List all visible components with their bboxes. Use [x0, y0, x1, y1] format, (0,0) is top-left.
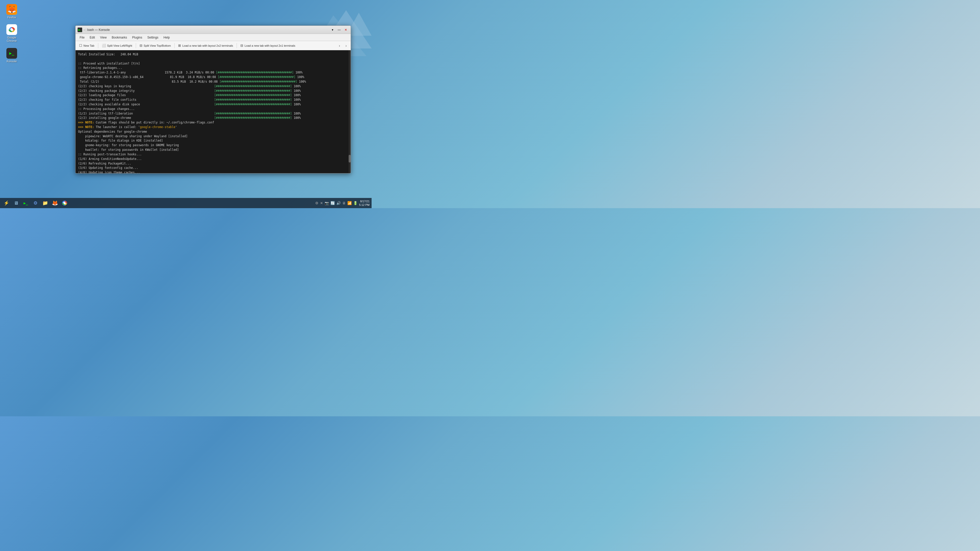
taskbar-desktop-icon[interactable]: 🖥 [12, 199, 21, 207]
systray-settings-icon[interactable]: ⚙ [315, 201, 318, 205]
konsole-desktop-icon[interactable]: ▶_ Konsole [3, 46, 21, 65]
window-controls: ▾ — ✕ [330, 27, 348, 33]
taskbar: ⚡ 🖥 ▶_ ⚙ 📁 🦊 ⚙ ✕ 📷 🔄 🔊 🖥 📶 🔋 [0, 198, 372, 208]
layout-2x1-label: Load a new tab with layout 2x1 terminals [245, 44, 295, 47]
taskbar-settings-icon[interactable]: ⚙ [31, 199, 40, 207]
menu-bookmarks[interactable]: Bookmarks [110, 35, 129, 40]
toolbar: ☐ New Tab ⬜ Split View Left/Right ⊟ Spli… [76, 41, 351, 50]
systray: ⚙ ✕ 📷 🔄 🔊 🖥 📶 🔋 [315, 201, 358, 205]
konsole-icon: ▶_ [6, 48, 17, 59]
chrome-desktop-icon[interactable]: Google Chrome [3, 23, 21, 44]
desktop-icons: 🦊 Firefox Google Chrome ▶_ Konsole [3, 3, 21, 65]
taskbar-apps-icon[interactable]: ⚡ [2, 199, 11, 207]
taskbar-clock[interactable]: 8/17/21 5:12 PM [359, 200, 369, 207]
firefox-icon: 🦊 [6, 4, 17, 15]
taskbar-date: 8/17/21 [360, 200, 369, 203]
menu-file[interactable]: File [78, 35, 86, 40]
split-tb-button[interactable]: ⊟ Split View Top/Bottom [138, 43, 173, 48]
scroll-thumb [348, 155, 351, 162]
split-tb-label: Split View Top/Bottom [144, 44, 171, 47]
menu-bar: File Edit View Bookmarks Plugins Setting… [76, 34, 351, 41]
title-bar-left: ▶_ - : bash — Konsole [78, 27, 110, 32]
split-lr-icon: ⬜ [102, 44, 106, 48]
svg-point-8 [64, 202, 65, 204]
systray-network-icon[interactable]: 📶 [347, 201, 352, 205]
menu-edit[interactable]: Edit [88, 35, 97, 40]
taskbar-chrome-taskbar-icon[interactable] [60, 199, 69, 207]
split-tb-icon: ⊟ [140, 44, 142, 48]
title-bar: ▶_ - : bash — Konsole ▾ — ✕ [76, 26, 351, 34]
window-title: - : bash — Konsole [84, 28, 110, 32]
window-minimize-button[interactable]: — [336, 27, 342, 33]
systray-sync-icon[interactable]: 🔄 [331, 201, 335, 205]
layout-2x2-button[interactable]: ⊞ Load a new tab with layout 2x2 termina… [176, 43, 235, 48]
konsole-window: ▶_ - : bash — Konsole ▾ — ✕ File Edit Vi… [75, 25, 351, 173]
new-tab-button[interactable]: ☐ New Tab [77, 43, 97, 48]
chrome-label: Google Chrome [4, 36, 19, 43]
systray-audio-icon[interactable]: 🔊 [336, 201, 341, 205]
menu-help[interactable]: Help [162, 35, 172, 40]
systray-camera-icon[interactable]: 📷 [325, 201, 329, 205]
toolbar-nav: › › [336, 43, 349, 49]
nav-prev-button[interactable]: › [336, 43, 342, 49]
layout-2x1-button[interactable]: ⊟ Load a new tab with layout 2x1 termina… [239, 43, 298, 48]
taskbar-firefox-icon[interactable]: 🦊 [51, 199, 59, 207]
taskbar-time: 5:12 PM [359, 203, 369, 206]
window-tab-dropdown[interactable]: ▾ [330, 27, 335, 33]
svg-point-5 [11, 28, 13, 31]
layout-2x2-label: Load a new tab with layout 2x2 terminals [182, 44, 233, 47]
chrome-icon [6, 24, 17, 35]
menu-plugins[interactable]: Plugins [130, 35, 144, 40]
firefox-desktop-icon[interactable]: 🦊 Firefox [3, 3, 21, 21]
taskbar-right: ⚙ ✕ 📷 🔄 🔊 🖥 📶 🔋 8/17/21 5:12 PM [315, 200, 369, 207]
new-tab-icon: ☐ [79, 44, 82, 48]
taskbar-left: ⚡ 🖥 ▶_ ⚙ 📁 🦊 [2, 199, 69, 207]
taskbar-files-icon[interactable]: 📁 [41, 199, 49, 207]
menu-view[interactable]: View [98, 35, 109, 40]
window-close-button[interactable]: ✕ [343, 27, 348, 33]
systray-battery-icon[interactable]: 🔋 [353, 201, 358, 205]
systray-close-icon[interactable]: ✕ [320, 201, 323, 205]
toolbar-sep-3 [174, 43, 175, 48]
scroll-indicator[interactable] [348, 50, 351, 173]
new-tab-label: New Tab [83, 44, 94, 47]
split-lr-button[interactable]: ⬜ Split View Left/Right [100, 43, 134, 48]
layout-2x2-icon: ⊞ [178, 44, 181, 48]
nav-next-button[interactable]: › [343, 43, 349, 49]
terminal-output: Total Installed Size: 248.04 MiB :: Proc… [78, 52, 348, 173]
layout-2x1-icon: ⊟ [240, 44, 243, 48]
taskbar-konsole-icon[interactable]: ▶_ [21, 199, 30, 207]
menu-settings[interactable]: Settings [145, 35, 160, 40]
konsole-label: Konsole [6, 60, 17, 63]
konsole-window-icon: ▶_ [78, 27, 82, 32]
firefox-label: Firefox [7, 16, 16, 19]
toolbar-sep-4 [237, 43, 237, 48]
systray-display-icon[interactable]: 🖥 [342, 201, 346, 205]
toolbar-sep-2 [136, 43, 136, 48]
terminal-content[interactable]: Total Installed Size: 248.04 MiB :: Proc… [76, 50, 351, 173]
split-lr-label: Split View Left/Right [107, 44, 132, 47]
